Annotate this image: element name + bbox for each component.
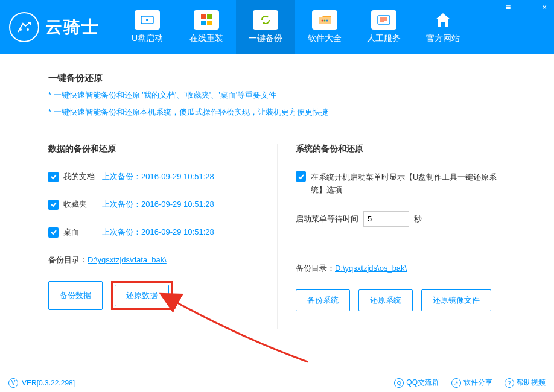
data-buttons: 备份数据 还原数据 (48, 281, 259, 310)
windows-icon (194, 10, 219, 30)
svg-rect-6 (201, 21, 206, 25)
data-backup-panel: 数据的备份和还原 我的文档 上次备份：2016-09-29 10:51:28 收… (48, 144, 277, 329)
wait-unit: 秒 (414, 213, 422, 224)
share-icon: ↗ (451, 378, 461, 388)
svg-rect-5 (207, 14, 212, 19)
svg-rect-4 (201, 14, 206, 19)
description-2: * 一键快速智能备份和还原本机系统，傻瓜式操作轻松实现，让装机更方便更快捷 (48, 107, 506, 118)
check-label: 桌面 (63, 227, 102, 238)
description-1: * 一键快速智能备份和还原 '我的文档'、'收藏夹'、'桌面'等重要文件 (48, 90, 506, 101)
footer: V VER[0.3.22.298] Q QQ交流群 ↗ 软件分享 ? 帮助视频 (0, 373, 554, 392)
wait-label: 启动菜单等待时间 (296, 213, 358, 224)
svg-point-0 (19, 28, 22, 31)
sys-backup-dir-row: 备份目录：D:\yqsxtzjds\os_bak\ (296, 263, 506, 274)
backup-dir-row: 备份目录：D:\yqsxtzjds\data_bak\ (48, 254, 259, 265)
close-button[interactable]: × (540, 2, 549, 12)
checkbox-favorites[interactable] (48, 200, 59, 210)
backup-time: 上次备份：2016-09-29 10:51:28 (102, 171, 214, 182)
help-video-link[interactable]: ? 帮助视频 (505, 378, 546, 388)
nav-software[interactable]: 软件大全 (295, 0, 354, 54)
checkbox-boot-menu[interactable] (296, 171, 306, 182)
backup-dir-link[interactable]: D:\yqsxtzjds\data_bak\ (88, 255, 167, 264)
app-title: 云骑士 (45, 16, 100, 39)
sys-buttons: 备份系统 还原系统 还原镜像文件 (296, 289, 506, 311)
page-title: 一键备份还原 (48, 72, 506, 84)
wait-time-row: 启动菜单等待时间 秒 (296, 211, 506, 227)
footer-label: 帮助视频 (517, 378, 546, 388)
help-icon: ? (505, 378, 514, 388)
content: 一键备份还原 * 一键快速智能备份和还原 '我的文档'、'收藏夹'、'桌面'等重… (0, 54, 554, 329)
home-icon (430, 10, 456, 30)
wait-time-input[interactable] (363, 211, 409, 227)
nav-online-reinstall[interactable]: 在线重装 (177, 0, 236, 54)
share-link[interactable]: ↗ 软件分享 (451, 378, 492, 388)
nav-label: U盘启动 (132, 33, 163, 44)
menu-button[interactable]: ≡ (503, 2, 513, 12)
svg-point-3 (146, 19, 148, 21)
folder-icon (312, 10, 337, 30)
checkbox-desktop[interactable] (48, 227, 59, 238)
window-controls: ≡ – × (503, 2, 549, 12)
nav-usb-boot[interactable]: U盘启动 (118, 0, 177, 54)
backup-time: 上次备份：2016-09-29 10:51:28 (102, 227, 214, 238)
divider (48, 130, 506, 130)
qq-icon: Q (394, 378, 404, 388)
backup-data-button[interactable]: 备份数据 (48, 281, 103, 310)
svg-point-11 (326, 20, 328, 22)
check-row-favorites: 收藏夹 上次备份：2016-09-29 10:51:28 (48, 199, 259, 210)
nav-support[interactable]: 人工服务 (354, 0, 413, 54)
check-label: 我的文档 (63, 171, 102, 182)
dir-label: 备份目录： (48, 255, 88, 264)
panel-title: 数据的备份和还原 (48, 144, 259, 154)
panel-title: 系统的备份和还原 (296, 144, 506, 154)
restore-data-button[interactable]: 还原数据 (115, 285, 169, 306)
nav-label: 官方网站 (426, 33, 460, 44)
dir-label: 备份目录： (296, 264, 335, 273)
headset-icon (371, 10, 396, 30)
nav: U盘启动 在线重装 一键备份 软件大全 人工服务 官方网站 (118, 0, 473, 54)
nav-label: 在线重装 (189, 33, 223, 44)
checkbox-documents[interactable] (48, 172, 59, 182)
svg-rect-7 (207, 21, 212, 25)
nav-label: 软件大全 (308, 33, 342, 44)
restore-mirror-button[interactable]: 还原镜像文件 (421, 289, 491, 311)
version-text: VER[0.3.22.298] (22, 379, 75, 387)
svg-point-10 (324, 20, 326, 22)
nav-label: 人工服务 (367, 33, 401, 44)
restore-highlight: 还原数据 (111, 281, 173, 310)
nav-label: 一键备份 (249, 33, 282, 44)
backup-system-button[interactable]: 备份系统 (296, 289, 350, 311)
minimize-button[interactable]: – (521, 2, 531, 12)
svg-point-1 (27, 28, 29, 31)
check-label: 收藏夹 (63, 199, 102, 210)
system-backup-panel: 系统的备份和还原 在系统开机启动菜单时显示【U盘制作工具一键还原系统】选项 启动… (277, 144, 506, 329)
sys-backup-dir-link[interactable]: D:\yqsxtzjds\os_bak\ (335, 264, 407, 273)
logo-area: 云骑士 (9, 12, 100, 42)
sys-check-row: 在系统开机启动菜单时显示【U盘制作工具一键还原系统】选项 (296, 171, 506, 197)
logo-icon (9, 12, 39, 42)
usb-icon (135, 10, 160, 30)
header: 云骑士 U盘启动 在线重装 一键备份 软件大全 人工服务 官方网站 ≡ – (0, 0, 554, 54)
nav-one-click-backup[interactable]: 一键备份 (236, 0, 295, 54)
nav-website[interactable]: 官方网站 (413, 0, 473, 54)
refresh-icon (253, 10, 278, 30)
check-row-documents: 我的文档 上次备份：2016-09-29 10:51:28 (48, 171, 259, 182)
backup-time: 上次备份：2016-09-29 10:51:28 (102, 199, 214, 210)
footer-label: QQ交流群 (406, 378, 439, 388)
footer-label: 软件分享 (463, 378, 492, 388)
sys-check-label: 在系统开机启动菜单时显示【U盘制作工具一键还原系统】选项 (311, 171, 506, 197)
version-info: V VER[0.3.22.298] (8, 378, 75, 388)
check-row-desktop: 桌面 上次备份：2016-09-29 10:51:28 (48, 227, 259, 238)
svg-point-9 (322, 20, 323, 22)
qq-group-link[interactable]: Q QQ交流群 (394, 378, 439, 388)
version-icon: V (8, 378, 18, 388)
restore-system-button[interactable]: 还原系统 (358, 289, 413, 311)
